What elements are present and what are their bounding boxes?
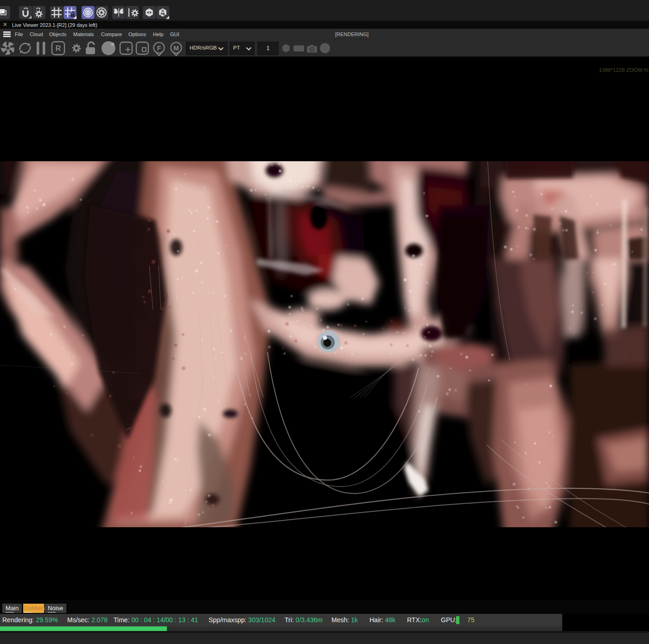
svg-text:F: F — [157, 44, 161, 52]
svg-text:R: R — [56, 44, 61, 52]
svg-text:M: M — [173, 44, 179, 52]
